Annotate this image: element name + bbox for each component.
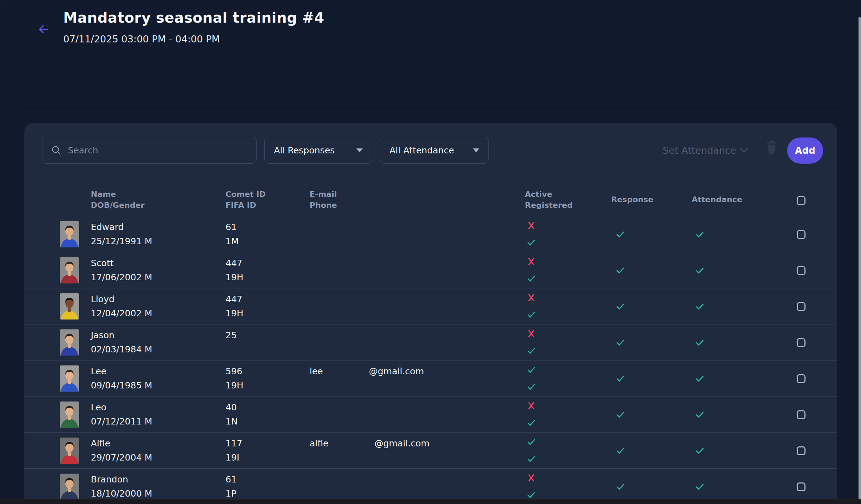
chevron-down-icon [740,145,748,153]
player-dob-gender: 18/10/2000 M [91,488,152,499]
col-header-ids: Comet IDFIFA ID [226,189,266,211]
registered-status-icon [526,490,536,500]
attendance-status-icon [695,301,705,311]
col-header-name: NameDOB/Gender [91,189,145,211]
player-dob-gender: 25/12/1991 M [91,236,152,246]
search-input[interactable] [68,145,248,156]
row-select-checkbox[interactable] [797,446,806,455]
player-name: Jason [91,330,115,340]
active-status-icon [526,293,536,303]
player-dob-gender: 09/04/1985 M [91,380,152,391]
responses-filter-dropdown[interactable]: All Responses [264,137,372,164]
participants-card: All Responses All Attendance Set Attenda… [24,123,837,504]
row-select-checkbox[interactable] [797,230,806,239]
registered-status-icon [526,274,536,283]
search-icon [51,145,62,156]
player-name: Edward [91,222,124,232]
add-button[interactable]: Add [787,137,823,164]
active-status-icon [526,329,536,339]
attendance-status-icon [695,410,705,420]
tabs-divider [24,108,841,108]
search-box[interactable] [42,137,257,164]
registered-status-icon [526,454,536,464]
email-user: alfie [310,438,328,449]
vertical-scrollbar[interactable] [859,17,861,499]
player-avatar [60,329,79,356]
col-header-contact: E-mailPhone [310,189,337,211]
player-avatar [60,293,79,320]
page-title: Mandatory seasonal training #4 [63,10,324,26]
player-avatar [60,365,79,392]
player-name: Scott [91,258,114,268]
response-status-icon [615,338,625,347]
player-avatar [60,402,79,428]
col-header-attendance: Attendance [692,194,742,205]
player-dob-gender: 17/06/2002 M [91,272,152,282]
table-row: Edward 25/12/1991 M 61 1M [24,216,837,252]
delete-button[interactable] [765,140,778,154]
table-row: Lee 09/04/1985 M 596 19H lee@gmail.com [24,360,837,396]
col-header-active-registered: ActiveRegistered [525,189,573,211]
player-dob-gender: 07/12/2011 M [91,416,152,427]
table-row: Leo 07/12/2011 M 40 1N [24,396,837,432]
response-status-icon [615,374,625,383]
page-header: Mandatory seasonal training #4 07/11/202… [0,0,861,67]
attendance-status-icon [695,229,705,239]
row-select-checkbox[interactable] [797,266,806,275]
trash-icon [765,140,778,154]
player-fifa-id: 1M [226,236,239,246]
table-row: Scott 17/06/2002 M 447 19H [24,252,837,288]
attendance-filter-dropdown[interactable]: All Attendance [380,137,489,164]
active-status-icon [526,365,536,375]
player-avatar [60,474,79,500]
attendance-status-icon [695,446,705,456]
arrow-left-icon [37,22,51,36]
attendance-status-icon [695,482,705,492]
responses-filter-value: All Responses [274,145,335,156]
row-select-checkbox[interactable] [797,410,806,419]
back-button[interactable] [37,22,51,36]
player-name: Alfie [91,438,110,449]
select-all-checkbox[interactable] [797,196,806,205]
set-attendance-dropdown[interactable]: Set Attendance [663,137,747,164]
player-comet-id: 25 [226,330,237,340]
active-status-icon [526,473,536,483]
response-status-icon [615,482,625,492]
player-fifa-id: 19I [226,452,239,463]
player-fifa-id: 1N [226,416,238,427]
email-user: lee [310,366,323,376]
player-avatar [60,221,79,247]
registered-status-icon [526,310,536,320]
player-avatar [60,257,79,283]
registered-status-icon [526,382,536,392]
table-row: Jason 02/03/1984 M 25 [24,324,837,360]
player-email: alfie@gmail.com [310,438,429,449]
event-datetime: 07/11/2025 03:00 PM - 04:00 PM [63,34,220,45]
row-select-checkbox[interactable] [797,374,806,383]
player-comet-id: 61 [226,222,237,232]
response-status-icon [615,265,625,275]
caret-down-icon [356,148,363,152]
player-dob-gender: 29/07/2004 M [91,452,152,463]
player-fifa-id: 19H [226,308,244,318]
registered-status-icon [526,418,536,428]
row-select-checkbox[interactable] [797,338,806,347]
player-avatar [60,438,79,464]
attendance-status-icon [695,338,705,347]
registered-status-icon [526,238,536,247]
horizontal-scrollbar[interactable] [0,499,861,504]
email-domain: @gmail.com [369,366,424,376]
table-row: Alfie 29/07/2004 M 117 19I alfie@gmail.c… [24,432,837,468]
player-fifa-id: 1P [226,488,236,499]
player-comet-id: 40 [226,402,237,412]
response-status-icon [615,229,625,239]
row-select-checkbox[interactable] [797,482,806,491]
player-comet-id: 117 [226,438,242,449]
player-name: Leo [91,402,106,412]
table-row: Lloyd 12/04/2002 M 447 19H [24,288,837,324]
active-status-icon [526,221,536,230]
caret-down-icon [473,148,479,152]
row-select-checkbox[interactable] [797,302,806,311]
active-status-icon [526,437,536,447]
player-comet-id: 61 [226,474,237,485]
